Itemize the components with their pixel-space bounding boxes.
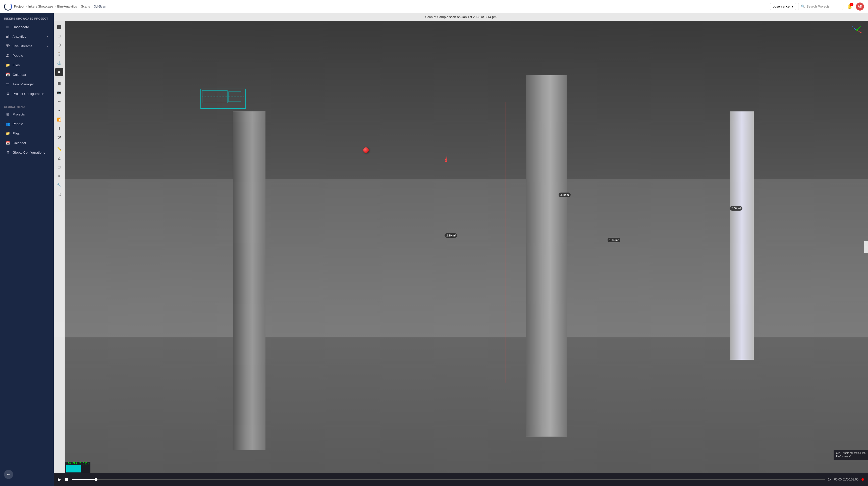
svg-point-5 — [8, 54, 9, 55]
sidebar-item-label: Dashboard — [12, 25, 29, 29]
toolbar-btn-person[interactable]: 🚶 — [55, 50, 63, 58]
svg-text:X: X — [861, 32, 863, 34]
playback-time: 00:00:01/00:03:00 — [834, 478, 859, 481]
back-button[interactable]: ← — [4, 470, 13, 479]
toolbar-btn-download[interactable]: ⬇ — [55, 125, 63, 133]
toolbar-btn-list[interactable]: ≡ — [55, 172, 63, 180]
toolbar-btn-frame[interactable]: ⬚ — [55, 190, 63, 198]
measurement-label-2: 3.60 m — [559, 193, 570, 197]
sidebar-item-label: Global Configurations — [12, 151, 45, 154]
svg-rect-6 — [6, 83, 9, 84]
sidebar-item-calendar[interactable]: 📅 Calendar — [1, 70, 52, 79]
search-bar[interactable]: 🔍 — [798, 3, 843, 10]
sidebar-item-people[interactable]: People — [1, 51, 52, 60]
axis-indicator: Y Z X — [850, 24, 863, 36]
toolbar-btn-map[interactable]: 🗺 — [55, 134, 63, 141]
sidebar-item-people-global[interactable]: 👥 People — [1, 119, 52, 128]
breadcrumb-bim[interactable]: Bim-Analytics — [57, 4, 77, 8]
project-config-icon: ⚙ — [5, 91, 10, 96]
sidebar-item-label: Files — [12, 132, 20, 135]
gpu-line1: GPU: Apple M1 Max (High — [836, 451, 866, 455]
sidebar-item-label: Project Configuration — [12, 92, 44, 96]
people-icon — [5, 53, 10, 58]
sidebar-item-label: Projects — [12, 112, 25, 116]
sidebar-item-label: Files — [12, 63, 20, 67]
toolbar-divider-2 — [56, 143, 63, 143]
measurement-label-4: 2.08 m² — [730, 206, 742, 210]
toolbar-btn-cube-solid[interactable]: ⬛ — [55, 23, 63, 31]
breadcrumb-inkers[interactable]: Inkers Showcase — [28, 4, 53, 8]
search-input[interactable] — [806, 4, 841, 8]
toolbar-btn-scissors[interactable]: ✂ — [55, 106, 63, 115]
collapse-panel-button[interactable]: ‹ — [864, 241, 868, 253]
blueprint-overlay — [200, 89, 246, 109]
sidebar-item-files[interactable]: 📁 Files — [1, 61, 52, 69]
toolbar-btn-anchor[interactable]: ⚓ — [55, 59, 63, 67]
toolbar-btn-barchart[interactable]: 📶 — [55, 116, 63, 124]
sidebar-item-project-config[interactable]: ⚙ Project Configuration — [1, 89, 52, 98]
breadcrumb-scans[interactable]: Scans — [81, 4, 90, 8]
dropdown-chevron-icon: ▾ — [792, 4, 794, 8]
sidebar-bottom: ← — [0, 467, 54, 482]
sidebar-item-live-streams[interactable]: Live Streams ▾ — [1, 41, 52, 51]
fps-preview-thumbnail — [66, 465, 82, 473]
sidebar-item-dashboard[interactable]: ⊞ Dashboard — [1, 22, 52, 31]
toolbar-btn-cube-hex[interactable]: ⬡ — [55, 41, 63, 49]
play-button[interactable]: ▶ — [58, 477, 61, 482]
calendar-global-icon: 📅 — [5, 140, 10, 145]
header: Project › Inkers Showcase › Bim-Analytic… — [0, 0, 868, 13]
breadcrumb-sep-2: › — [55, 5, 56, 8]
svg-rect-8 — [6, 85, 9, 85]
breadcrumb: Project › Inkers Showcase › Bim-Analytic… — [14, 4, 106, 8]
sidebar-item-projects[interactable]: ⊞ Projects — [1, 110, 52, 119]
projects-icon: ⊞ — [5, 112, 10, 117]
sidebar-item-global-config[interactable]: ⚙ Global Configurations — [1, 148, 52, 157]
toolbar-btn-layers[interactable]: ▦ — [55, 79, 63, 87]
notification-button[interactable]: 🔔 1 — [845, 2, 854, 11]
measurement-label-1: 2.19 m² — [444, 233, 457, 238]
svg-point-20 — [856, 29, 858, 31]
svg-point-4 — [7, 54, 8, 56]
toolbar-btn-square[interactable]: ◻ — [55, 163, 63, 171]
sidebar-global-label: GLOBAL MENU — [0, 104, 54, 109]
toolbar-btn-cube-outline[interactable]: ◻ — [55, 32, 63, 40]
toolbar-btn-camera[interactable]: 📷 — [55, 88, 63, 96]
progress-thumb[interactable] — [94, 478, 97, 481]
analytics-icon — [5, 34, 10, 39]
stop-button[interactable]: ⏹ — [64, 477, 69, 482]
playback-speed: 1x — [828, 478, 831, 481]
workspace-label: observance — [773, 4, 789, 8]
breadcrumb-sep-3: › — [79, 5, 80, 8]
sidebar-item-label: Task Manager — [12, 82, 34, 86]
progress-fill — [72, 479, 94, 480]
chevron-down-icon: ▾ — [47, 35, 48, 38]
global-config-icon: ⚙ — [5, 150, 10, 155]
files-icon: 📁 — [5, 63, 10, 67]
sidebar-item-label: People — [12, 54, 23, 58]
breadcrumb-project[interactable]: Project — [14, 4, 24, 8]
workspace-dropdown[interactable]: observance ▾ — [770, 3, 796, 10]
toolbar-divider-1 — [56, 77, 63, 78]
user-avatar[interactable]: AD — [856, 2, 864, 10]
measurement-label-3: 1.14 m² — [608, 238, 620, 242]
progress-bar[interactable] — [72, 479, 825, 480]
sidebar-item-files-global[interactable]: 📁 Files — [1, 129, 52, 138]
breadcrumb-3dscan[interactable]: 3d-Scan — [94, 4, 106, 8]
toolbar-btn-ruler[interactable]: 📏 — [55, 145, 63, 153]
toolbar-btn-triangle[interactable]: △ — [55, 154, 63, 162]
main-layout: INKERS SHOWCASE PROJECT ⊞ Dashboard Anal… — [0, 13, 868, 486]
svg-text:Y: Y — [861, 24, 863, 27]
toolbar-btn-color[interactable]: ■ — [55, 68, 63, 76]
sidebar-item-analytics[interactable]: Analytics ▾ — [1, 32, 52, 41]
sidebar-item-task-manager[interactable]: Task Manager — [1, 79, 52, 89]
sidebar-item-label: Live Streams — [12, 44, 32, 48]
people-global-icon: 👥 — [5, 122, 10, 126]
sidebar-project-title: INKERS SHOWCASE PROJECT — [0, 13, 54, 22]
toolbar-btn-edit[interactable]: ✏ — [55, 97, 63, 105]
toolbar-btn-wrench[interactable]: 🔧 — [55, 181, 63, 189]
task-manager-icon — [5, 82, 10, 86]
content-area: Scan of Sample scan on Jan 1st 2023 at 3… — [54, 13, 868, 486]
sidebar-item-calendar-global[interactable]: 📅 Calendar — [1, 138, 52, 148]
3d-viewport[interactable]: 2.19 m² 3.60 m 1.14 m² 2.08 m² 10m ⬛ ◻ ⬡… — [54, 21, 868, 473]
breadcrumb-sep-4: › — [91, 5, 92, 8]
